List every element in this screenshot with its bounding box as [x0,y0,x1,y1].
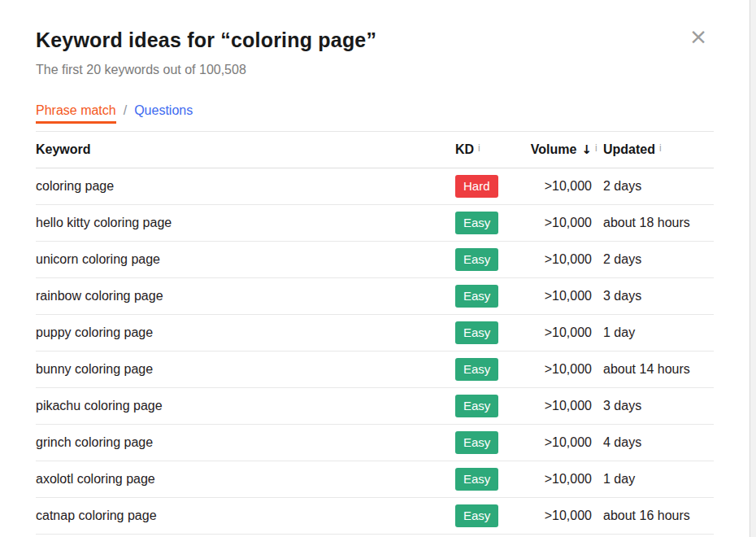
kd-cell: Easy [455,321,520,344]
volume-cell: >10,000 [520,509,592,523]
updated-cell: about 18 hours [603,216,714,230]
kd-badge: Easy [455,358,498,381]
info-icon[interactable]: i [478,142,480,154]
updated-cell: 1 day [603,472,714,487]
keyword-cell: pikachu coloring page [36,399,455,413]
kd-cell: Easy [455,395,520,417]
table-row: pikachu coloring page Easy >10,000 3 day… [36,388,714,425]
keyword-cell: rainbow coloring page [36,289,455,303]
kd-badge: Easy [455,248,498,271]
modal-title: Keyword ideas for “coloring page” [36,28,749,52]
table-row: rainbow coloring page Easy >10,000 3 day… [36,278,714,315]
kd-badge: Easy [455,395,498,417]
keyword-cell: bunny coloring page [36,362,455,377]
kd-badge: Hard [455,175,498,198]
kd-badge: Easy [455,212,498,234]
keyword-cell: grinch coloring page [36,435,455,450]
volume-cell: >10,000 [520,325,592,340]
updated-cell: 4 days [603,435,714,450]
report-tabs: Phrase match / Questions [36,103,749,124]
kd-cell: Easy [455,504,520,527]
table-row: grinch coloring page Easy >10,000 4 days [36,425,714,461]
kd-badge: Easy [455,468,498,491]
volume-cell: >10,000 [520,179,592,194]
volume-cell: >10,000 [520,435,592,450]
updated-header-label: Updated [603,142,655,156]
info-icon[interactable]: i [595,142,597,154]
kd-header-label: KD [455,142,474,156]
column-header-updated[interactable]: Updatedi [603,142,714,157]
updated-cell: 1 day [603,325,714,340]
updated-cell: 3 days [603,289,714,303]
table-header-row: Keyword KDi Volume↓ i Updatedi [36,131,714,168]
keyword-cell: hello kitty coloring page [36,216,455,230]
table-row: catnap coloring page Easy >10,000 about … [36,498,714,535]
table-row: puppy coloring page Easy >10,000 1 day [36,315,714,351]
column-header-volume[interactable]: Volume↓ i [520,142,592,157]
keyword-cell: catnap coloring page [36,509,455,523]
table-row: bunny coloring page Easy >10,000 about 1… [36,351,714,388]
table-body: coloring page Hard >10,000 2 days hello … [36,168,714,535]
kd-badge: Easy [455,321,498,344]
kd-cell: Easy [455,468,520,491]
kd-cell: Easy [455,358,520,381]
column-header-keyword[interactable]: Keyword [36,142,455,157]
updated-cell: about 16 hours [603,509,714,523]
kd-cell: Easy [455,248,520,271]
keyword-ideas-modal: × Keyword ideas for “coloring page” The … [0,0,749,537]
keyword-cell: axolotl coloring page [36,472,455,487]
keyword-cell: coloring page [36,179,455,194]
kd-badge: Easy [455,504,498,527]
volume-header-label: Volume [531,142,577,156]
keyword-header-label: Keyword [36,142,91,156]
table-row: axolotl coloring page Easy >10,000 1 day [36,461,714,498]
volume-cell: >10,000 [520,472,592,487]
kd-badge: Easy [455,431,498,454]
keyword-cell: puppy coloring page [36,325,455,340]
kd-cell: Easy [455,212,520,234]
updated-cell: 3 days [603,399,714,413]
updated-cell: 2 days [603,179,714,194]
kd-cell: Easy [455,431,520,454]
modal-backdrop[interactable] [749,0,756,537]
updated-cell: about 14 hours [603,362,714,377]
close-icon: × [689,24,708,49]
keyword-table: Keyword KDi Volume↓ i Updatedi coloring … [36,131,714,535]
keyword-cell: unicorn coloring page [36,252,455,267]
kd-badge: Easy [455,285,498,308]
volume-cell: >10,000 [520,252,592,267]
table-row: unicorn coloring page Easy >10,000 2 day… [36,242,714,278]
volume-cell: >10,000 [520,399,592,413]
volume-cell: >10,000 [520,362,592,377]
modal-subtitle: The first 20 keywords out of 100,508 [36,61,749,79]
sort-desc-icon: ↓ [581,142,592,157]
column-header-kd[interactable]: KDi [455,142,520,157]
volume-cell: >10,000 [520,289,592,303]
volume-cell: >10,000 [520,216,592,230]
tab-separator: / [124,103,127,119]
info-icon[interactable]: i [659,142,662,154]
updated-cell: 2 days [603,252,714,267]
close-button[interactable]: × [686,24,710,49]
kd-cell: Easy [455,285,520,308]
table-row: hello kitty coloring page Easy >10,000 a… [36,205,714,242]
tab-phrase-match[interactable]: Phrase match [36,103,116,124]
kd-cell: Hard [455,175,520,198]
tab-questions[interactable]: Questions [134,103,193,119]
table-row: coloring page Hard >10,000 2 days [36,168,714,205]
